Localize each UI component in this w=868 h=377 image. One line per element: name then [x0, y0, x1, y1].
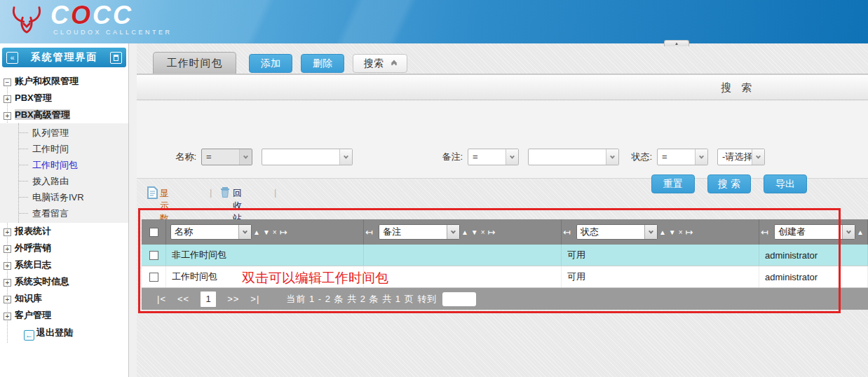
- status-field-label: 状态:: [606, 149, 652, 165]
- sidebar-pin-icon[interactable]: [110, 52, 122, 64]
- document-icon: [147, 186, 158, 199]
- name-field-label: 名称:: [158, 149, 196, 165]
- tree-expand-icon[interactable]: +: [4, 313, 11, 320]
- column-creator-select[interactable]: 创建者: [774, 224, 855, 240]
- sidebar-item-pbx-advanced[interactable]: +PBX高级管理: [0, 107, 128, 123]
- column-move-left-icon[interactable]: ↤: [365, 227, 373, 238]
- tree-expand-icon[interactable]: +: [4, 296, 11, 303]
- search-panel-body: 名称: = 备注: = 状态: = -请选择- 重置 搜 索 导出: [137, 101, 868, 178]
- row-checkbox[interactable]: [149, 273, 158, 282]
- sidebar-item-ivr[interactable]: 电脑话务IVR: [0, 189, 128, 205]
- work-time-package-table: 名称 ▲ ▼ × ↦ ↤ 备注 ▲ ▼ × ↦ ↤ 状态 ▲ ▼ × ↦: [142, 219, 868, 310]
- header-cell-remark: ↤ 备注 ▲ ▼ × ↦: [364, 219, 562, 245]
- table-header-row: 名称 ▲ ▼ × ↦ ↤ 备注 ▲ ▼ × ↦ ↤ 状态 ▲ ▼ × ↦: [142, 219, 868, 245]
- sidebar-item-report-stats[interactable]: +报表统计: [0, 223, 128, 240]
- export-button[interactable]: 导出: [764, 174, 807, 193]
- status-value-select[interactable]: -请选择-: [717, 149, 765, 165]
- logout-icon: ←: [24, 330, 34, 341]
- sort-asc-icon[interactable]: ▲: [857, 228, 864, 236]
- sort-desc-icon[interactable]: ▼: [669, 228, 676, 236]
- header-cell-name: 名称 ▲ ▼ × ↦: [166, 219, 364, 245]
- reset-button[interactable]: 重置: [651, 174, 695, 193]
- sidebar-item-knowledge-base[interactable]: +知识库: [0, 290, 128, 307]
- search-toggle-button[interactable]: 搜索: [353, 54, 407, 73]
- remark-value-select[interactable]: [528, 149, 619, 165]
- collapse-up-icon: [392, 62, 396, 65]
- pagination-info: 当前 1 - 2 条 共 2 条 共 1 页 转到: [286, 293, 437, 306]
- sidebar-collapse-icon[interactable]: «: [6, 52, 18, 64]
- column-status-select[interactable]: 状态: [576, 224, 658, 240]
- cell-name: 非工作时间包: [166, 249, 226, 261]
- chevron-down-icon: [842, 225, 855, 239]
- panel-collapse-handle[interactable]: ▲: [664, 40, 689, 46]
- sidebar-item-logout[interactable]: ←退出登陆: [0, 324, 128, 341]
- add-button[interactable]: 添加: [249, 54, 292, 73]
- sidebar-item-pbx[interactable]: +PBX管理: [0, 90, 128, 107]
- chevron-down-icon: [506, 149, 518, 165]
- sidebar-header: « 系统管理界面: [2, 48, 126, 67]
- column-move-left-icon[interactable]: ↤: [761, 227, 768, 238]
- sidebar-item-system-log[interactable]: +系统日志: [0, 256, 128, 273]
- sidebar-item-work-time-package[interactable]: 工作时间包: [0, 157, 128, 173]
- bull-logo-icon: [10, 4, 43, 36]
- column-move-left-icon[interactable]: ↤: [563, 227, 571, 238]
- tree-expand-icon[interactable]: +: [4, 262, 11, 270]
- sort-desc-icon[interactable]: ▼: [471, 228, 478, 236]
- header-cell-creator: ↤ 创建者 ▲: [759, 219, 868, 245]
- cell-creator: administrator: [759, 272, 818, 282]
- sidebar-item-queue-mgmt[interactable]: 队列管理: [0, 125, 128, 141]
- column-move-right-icon[interactable]: ↦: [686, 227, 693, 238]
- current-page-number: 1: [201, 292, 216, 307]
- column-remove-icon[interactable]: ×: [481, 228, 485, 236]
- sidebar-item-inbound-route[interactable]: 拨入路由: [0, 173, 128, 189]
- brand-logo: COCC CLOUDOX CALLCENTER: [10, 4, 172, 36]
- separator: |: [210, 187, 212, 198]
- tree-expand-icon[interactable]: +: [4, 228, 11, 236]
- sidebar-item-view-messages[interactable]: 查看留言: [0, 205, 128, 221]
- column-remove-icon[interactable]: ×: [679, 228, 683, 236]
- tab-work-time-package[interactable]: 工作时间包: [153, 52, 236, 74]
- sidebar-item-customer-mgmt[interactable]: +客户管理: [0, 307, 128, 324]
- main-content: ▲ 工作时间包 添加 删除 搜索 搜 索 名称: = 备注: =: [137, 43, 868, 377]
- sort-asc-icon[interactable]: ▲: [253, 228, 260, 236]
- trash-icon: [220, 186, 230, 198]
- name-value-select[interactable]: [262, 149, 353, 165]
- column-move-right-icon[interactable]: ↦: [488, 227, 496, 238]
- sidebar-item-system-realtime[interactable]: +系统实时信息: [0, 273, 128, 290]
- cell-creator: administrator: [759, 250, 818, 261]
- page-first-button[interactable]: |<: [157, 294, 166, 304]
- sort-desc-icon[interactable]: ▼: [263, 228, 270, 236]
- column-remove-icon[interactable]: ×: [273, 228, 277, 236]
- chevron-down-icon: [339, 149, 352, 165]
- tree-expand-icon[interactable]: +: [4, 279, 11, 287]
- tree-collapse-icon[interactable]: −: [4, 78, 11, 86]
- pbx-advanced-submenu: 队列管理 工作时间 工作时间包 拨入路由 电脑话务IVR 查看留言: [0, 123, 128, 223]
- goto-page-input[interactable]: [442, 292, 476, 306]
- search-panel-header: 搜 索: [137, 74, 868, 100]
- header-select-all-cell: [142, 219, 166, 245]
- table-row[interactable]: 非工作时间包 可用 administrator: [142, 245, 868, 266]
- column-remark-select[interactable]: 备注: [379, 224, 460, 240]
- sidebar-item-outbound-marketing[interactable]: +外呼营销: [0, 240, 128, 256]
- tree-expand-icon[interactable]: +: [4, 112, 11, 120]
- page-next-button[interactable]: >>: [227, 294, 239, 304]
- sidebar-item-work-time[interactable]: 工作时间: [0, 141, 128, 157]
- sidebar-item-account-permission[interactable]: −账户和权限管理: [0, 73, 128, 90]
- sort-asc-icon[interactable]: ▲: [659, 228, 666, 236]
- status-operator-select[interactable]: =: [657, 149, 708, 165]
- page-prev-button[interactable]: <<: [177, 294, 189, 304]
- search-submit-button[interactable]: 搜 索: [707, 174, 751, 193]
- row-checkbox[interactable]: [149, 251, 158, 260]
- delete-button[interactable]: 删除: [301, 54, 344, 73]
- column-move-right-icon[interactable]: ↦: [280, 227, 287, 238]
- select-all-checkbox[interactable]: [149, 228, 158, 237]
- search-panel: 搜 索 名称: = 备注: = 状态: = -请选择- 重: [137, 74, 868, 179]
- tree-expand-icon[interactable]: +: [4, 245, 11, 253]
- tree-expand-icon[interactable]: +: [4, 95, 11, 103]
- pagination-bar: |< << 1 >> >| 当前 1 - 2 条 共 2 条 共 1 页 转到: [142, 288, 868, 310]
- page-last-button[interactable]: >|: [250, 294, 259, 304]
- sort-asc-icon[interactable]: ▲: [461, 228, 468, 236]
- name-operator-select[interactable]: =: [201, 149, 252, 165]
- column-name-select[interactable]: 名称: [170, 224, 252, 240]
- remark-operator-select[interactable]: =: [468, 149, 519, 165]
